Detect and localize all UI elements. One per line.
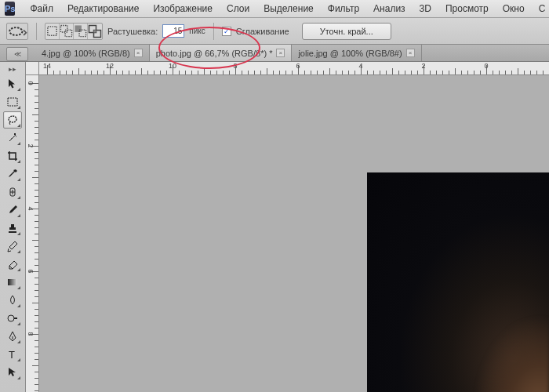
- svg-text:T: T: [9, 349, 15, 361]
- gradient-tool[interactable]: [3, 274, 22, 291]
- svg-point-0: [9, 27, 22, 35]
- canvas[interactable]: [39, 75, 549, 392]
- svg-rect-9: [8, 98, 17, 106]
- marquee-tool[interactable]: [3, 93, 22, 111]
- pen-tool[interactable]: [3, 328, 22, 345]
- svg-rect-4: [75, 25, 82, 32]
- tool-preset-picker[interactable]: [6, 23, 28, 40]
- healing-tool[interactable]: [3, 183, 22, 201]
- selection-add-icon[interactable]: [60, 24, 74, 39]
- feather-unit: пикс: [189, 27, 205, 35]
- menu-view[interactable]: Просмотр: [438, 3, 496, 14]
- tab-label: 4.jpg @ 100% (RGB/8): [42, 49, 130, 58]
- svg-rect-1: [48, 27, 56, 35]
- menu-help[interactable]: С: [532, 3, 549, 14]
- feather-input[interactable]: [162, 24, 184, 38]
- document-area: 14121086420 024681012: [26, 62, 549, 392]
- eyedropper-tool[interactable]: [3, 165, 22, 183]
- history-brush-tool[interactable]: [3, 238, 22, 255]
- separator: [36, 23, 37, 40]
- move-tool[interactable]: [3, 75, 22, 93]
- antialias-checkbox[interactable]: ✓: [222, 27, 231, 36]
- tab-document-0[interactable]: 4.jpg @ 100% (RGB/8) ×: [35, 45, 150, 61]
- dodge-tool[interactable]: [3, 310, 22, 327]
- svg-rect-2: [60, 25, 67, 32]
- close-icon[interactable]: ×: [406, 49, 415, 57]
- ruler-horizontal[interactable]: 14121086420: [39, 62, 549, 75]
- options-bar: Растушевка: пикс ✓ Сглаживание Уточн. кр…: [0, 18, 549, 45]
- svg-rect-8: [94, 30, 96, 32]
- app-logo: Ps: [5, 2, 15, 16]
- tab-label: photo.jpg @ 66,7% (RGB/8*) *: [156, 49, 273, 58]
- menu-3d[interactable]: 3D: [413, 3, 438, 14]
- svg-rect-3: [65, 30, 72, 37]
- workspace: ▸▸ T 14121086420 024681012: [0, 62, 549, 392]
- menu-edit[interactable]: Редактирование: [60, 3, 146, 14]
- tab-document-1[interactable]: photo.jpg @ 66,7% (RGB/8*) * ×: [150, 45, 293, 61]
- toolbox: ▸▸ T: [0, 62, 26, 392]
- document-image: [367, 172, 549, 392]
- eraser-tool[interactable]: [3, 256, 22, 273]
- antialias-label: Сглаживание: [236, 27, 289, 36]
- toolbox-expand-icon[interactable]: ▸▸: [5, 65, 20, 73]
- svg-point-13: [8, 315, 14, 321]
- menu-file[interactable]: Файл: [23, 3, 60, 14]
- menu-layer[interactable]: Слои: [220, 3, 256, 14]
- refine-edge-button[interactable]: Уточн. край...: [302, 23, 391, 40]
- crop-tool[interactable]: [3, 147, 22, 165]
- selection-intersect-icon[interactable]: [88, 24, 102, 39]
- path-select-tool[interactable]: [3, 364, 22, 381]
- svg-rect-12: [8, 279, 17, 285]
- separator: [213, 23, 214, 40]
- menu-filter[interactable]: Фильтр: [321, 3, 366, 14]
- menu-image[interactable]: Изображение: [146, 3, 220, 14]
- menu-select[interactable]: Выделение: [256, 3, 321, 14]
- document-tabbar: 4.jpg @ 100% (RGB/8) × photo.jpg @ 66,7%…: [0, 45, 549, 62]
- selection-mode-group: [45, 23, 103, 40]
- image-content: [455, 290, 549, 392]
- brush-tool[interactable]: [3, 201, 22, 219]
- wand-tool[interactable]: [3, 129, 22, 147]
- ruler-corner: [26, 62, 39, 75]
- feather-label: Растушевка:: [107, 27, 158, 36]
- tab-document-2[interactable]: jolie.jpg @ 100% (RGB/8#) ×: [292, 45, 421, 61]
- close-icon[interactable]: ×: [276, 49, 285, 57]
- type-tool[interactable]: T: [3, 346, 22, 363]
- selection-subtract-icon[interactable]: [74, 24, 88, 39]
- ruler-vertical[interactable]: 024681012: [26, 75, 39, 392]
- close-icon[interactable]: ×: [134, 49, 143, 57]
- lasso-tool[interactable]: [3, 111, 22, 129]
- collapse-icon[interactable]: ≪: [6, 47, 28, 61]
- blur-tool[interactable]: [3, 292, 22, 309]
- menu-window[interactable]: Окно: [496, 3, 532, 14]
- tab-label: jolie.jpg @ 100% (RGB/8#): [298, 49, 402, 58]
- stamp-tool[interactable]: [3, 220, 22, 237]
- menu-analysis[interactable]: Анализ: [366, 3, 413, 14]
- selection-new-icon[interactable]: [45, 24, 60, 39]
- menu-bar: Ps Файл Редактирование Изображение Слои …: [0, 0, 549, 18]
